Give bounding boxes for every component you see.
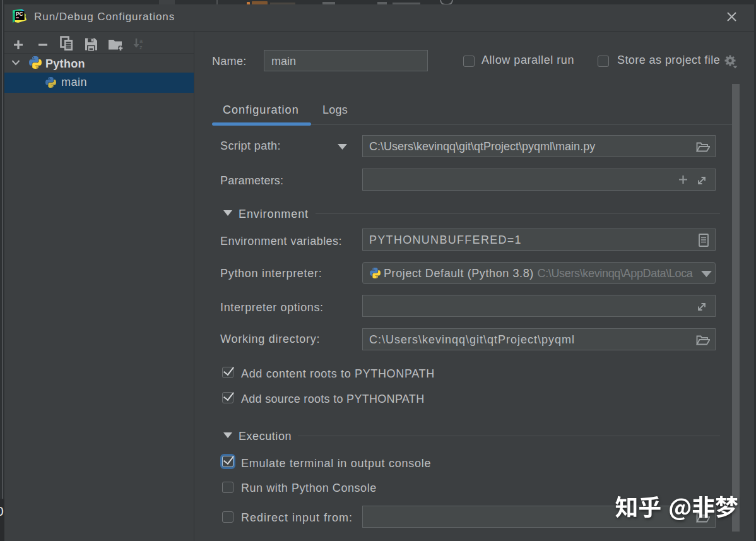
svg-text:a: a xyxy=(139,38,143,44)
svg-text:PC: PC xyxy=(16,11,23,17)
svg-text:z: z xyxy=(139,44,143,51)
